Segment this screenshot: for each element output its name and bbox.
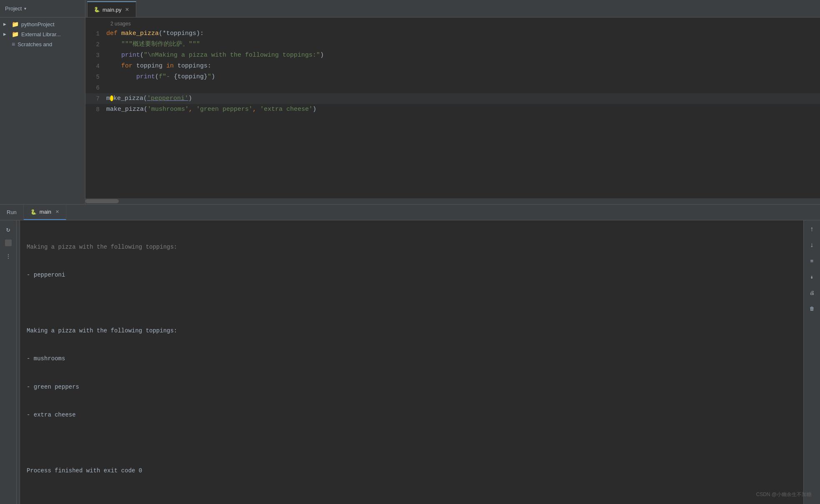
line-content-6 (106, 82, 110, 93)
run-output-area: Making a pizza with the following toppin… (20, 220, 803, 504)
code-line-8[interactable]: 8 make_pizza('mushrooms', 'green peppers… (85, 104, 820, 115)
line-content-7: mke_pizza('pepperoni') (106, 93, 192, 104)
line-content-1: def make_pizza(*toppings): (106, 28, 204, 39)
bottom-tabs: Run 🐍 main ✕ (0, 205, 820, 220)
print-button[interactable]: 🖨 (806, 287, 818, 299)
project-panel-header[interactable]: Project ▾ (0, 0, 85, 17)
code-line-7[interactable]: 7 mke_pizza('pepperoni') (85, 93, 820, 104)
bottom-panel: Run 🐍 main ✕ ↻ ⋮ Making a pizza with the… (0, 204, 820, 504)
line-num-3: 3 (85, 50, 106, 61)
run-tab-close-button[interactable]: ✕ (55, 209, 59, 215)
line-content-4: for topping in toppings: (106, 61, 211, 72)
sidebar-label-pythonproject: pythonProject (21, 21, 55, 27)
code-line-5[interactable]: 5 print(f"- {topping}") (85, 72, 820, 82)
line-content-2: """概述要制作的比萨。""" (106, 39, 200, 50)
expand-arrow-pythonproject: ▶ (3, 22, 9, 26)
run-toolbar: ↻ ⋮ (0, 220, 17, 504)
line-num-2: 2 (85, 39, 106, 50)
tab-label: main.py (102, 7, 122, 13)
tab-close-button[interactable]: ✕ (124, 6, 130, 13)
editor-horizontal-scrollbar[interactable] (85, 198, 820, 204)
sidebar: ▶ 📁 pythonProject ▶ 📁 External Librar...… (0, 17, 85, 204)
more-options-button[interactable]: ⋮ (2, 250, 14, 262)
editor-usages: 2 usages (85, 17, 820, 28)
editor-area: 2 usages 1 def make_pizza(*toppings): 2 … (85, 17, 820, 204)
line-num-5: 5 (85, 72, 106, 82)
sidebar-label-external: External Librar... (21, 31, 61, 37)
line-content-8: make_pizza('mushrooms', 'green peppers',… (106, 104, 316, 115)
output-line-blank1 (27, 298, 797, 307)
output-line-making2: Making a pizza with the following toppin… (27, 326, 797, 335)
code-area[interactable]: 1 def make_pizza(*toppings): 2 """概述要制作的… (85, 28, 820, 198)
stop-button[interactable] (5, 240, 12, 246)
line-num-4: 4 (85, 61, 106, 72)
sidebar-label-scratches: Scratches and (18, 41, 52, 47)
folder-icon-pythonproject: 📁 (12, 21, 19, 27)
run-main-py-icon: 🐍 (30, 209, 37, 215)
output-line-extra-cheese: - extra cheese (27, 410, 797, 419)
expand-arrow-external: ▶ (3, 32, 9, 36)
code-line-2[interactable]: 2 """概述要制作的比萨。""" (85, 39, 820, 50)
tab-main-py[interactable]: 🐍 main.py ✕ (87, 1, 136, 17)
bottom-tab-main[interactable]: 🐍 main ✕ (24, 205, 66, 220)
sidebar-item-pythonproject[interactable]: ▶ 📁 pythonProject (0, 19, 85, 29)
output-line-process: Process finished with exit code 0 (27, 466, 797, 475)
editor-scrollbar-thumb[interactable] (85, 199, 119, 203)
code-line-3[interactable]: 3 print("\nMaking a pizza with the follo… (85, 50, 820, 61)
sidebar-item-scratches[interactable]: ▶ ≡ Scratches and (0, 39, 85, 49)
folder-icon-external: 📁 (12, 31, 19, 37)
output-line-blank2 (27, 438, 797, 447)
top-bar: Project ▾ 🐍 main.py ✕ (0, 0, 820, 17)
python-file-icon: 🐍 (93, 6, 100, 13)
output-line-mushrooms: - mushrooms (27, 354, 797, 363)
run-tab-label: Run (7, 209, 17, 215)
output-line-partial: Making a pizza with the following toppin… (27, 242, 797, 252)
line-num-6: 6 (85, 82, 106, 93)
project-title: Project (5, 5, 22, 12)
rerun-button[interactable]: ↻ (2, 224, 14, 235)
line-content-3: print("\nMaking a pizza with the followi… (106, 50, 324, 61)
bottom-panel-body: ↻ ⋮ Making a pizza with the following to… (0, 220, 820, 504)
run-left-border (17, 220, 20, 504)
line-num-7: 7 (85, 93, 106, 104)
main-content: ▶ 📁 pythonProject ▶ 📁 External Librar...… (0, 17, 820, 204)
scroll-up-button[interactable]: ↑ (806, 224, 818, 235)
soft-wrap-button[interactable]: ≡ (806, 255, 818, 267)
scroll-down-button[interactable]: ↓ (806, 240, 818, 251)
scroll-to-end-button[interactable]: ↡ (806, 271, 818, 283)
line-num-1: 1 (85, 28, 106, 39)
output-line-green-peppers: - green peppers (27, 382, 797, 392)
code-line-1[interactable]: 1 def make_pizza(*toppings): (85, 28, 820, 39)
code-lines: 1 def make_pizza(*toppings): 2 """概述要制作的… (85, 28, 820, 115)
code-line-4[interactable]: 4 for topping in toppings: (85, 61, 820, 72)
bottom-tab-run[interactable]: Run (0, 205, 24, 220)
line-num-8: 8 (85, 104, 106, 115)
project-chevron: ▾ (24, 6, 26, 11)
clear-button[interactable]: 🗑 (806, 303, 818, 314)
scratch-icon: ≡ (12, 41, 15, 47)
run-main-tab-label: main (40, 209, 51, 215)
watermark: CSDN @小幽余生不加糖 (756, 491, 812, 498)
line-content-5: print(f"- {topping}") (106, 72, 215, 82)
tabs-area: 🐍 main.py ✕ (85, 0, 820, 17)
sidebar-item-external-libraries[interactable]: ▶ 📁 External Librar... (0, 29, 85, 39)
output-line-pepperoni: - pepperoni (27, 270, 797, 279)
code-line-6[interactable]: 6 (85, 82, 820, 93)
run-right-toolbar: ↑ ↓ ≡ ↡ 🖨 🗑 (803, 220, 820, 504)
